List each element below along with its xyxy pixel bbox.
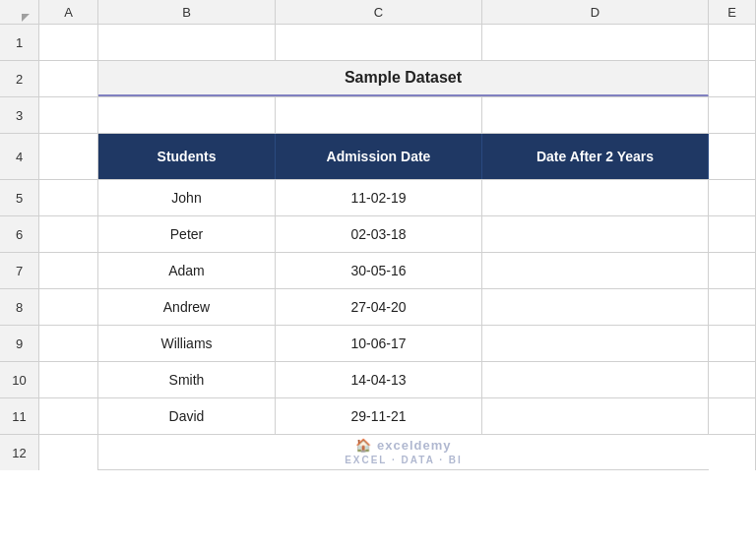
col-header-c[interactable]: C (276, 0, 482, 24)
cell-date-7[interactable]: 29-11-21 (276, 398, 482, 434)
table-row: 6 Peter 02-03-18 (0, 216, 756, 253)
spreadsheet: A B C D E 1 2 Sample Dataset 3 (0, 0, 756, 549)
cell-date-after-7[interactable] (482, 398, 709, 434)
cell-d1[interactable] (482, 25, 709, 60)
cell-student-6[interactable]: Smith (98, 362, 276, 397)
cell-date-after-6[interactable] (482, 362, 709, 397)
cell-a6[interactable] (39, 216, 98, 252)
row-num-6: 6 (0, 216, 39, 252)
cell-a8[interactable] (39, 289, 98, 325)
table-row: 3 (0, 97, 756, 134)
cell-e8[interactable] (709, 289, 756, 325)
corner-cell (0, 0, 39, 24)
watermark-logo: 🏠 exceldemy (355, 438, 451, 455)
cell-b1[interactable] (98, 25, 276, 60)
cell-student-1[interactable]: John (98, 180, 276, 215)
table-row: 7 Adam 30-05-16 (0, 253, 756, 289)
watermark-tagline: EXCEL · DATA · BI (345, 454, 463, 466)
cell-student-4[interactable]: Andrew (98, 289, 276, 325)
row-num-4: 4 (0, 134, 39, 179)
cell-e9[interactable] (709, 326, 756, 361)
cell-e2[interactable] (709, 61, 756, 96)
row-num-12: 12 (0, 435, 39, 470)
cell-date-4[interactable]: 27-04-20 (276, 289, 482, 325)
cell-e7[interactable] (709, 253, 756, 288)
cell-a2[interactable] (39, 61, 98, 96)
header-date-after-2-years: Date After 2 Years (482, 134, 709, 179)
table-row: 2 Sample Dataset (0, 61, 756, 97)
cell-e10[interactable] (709, 362, 756, 397)
header-admission-date: Admission Date (276, 134, 482, 179)
row-num-5: 5 (0, 180, 39, 215)
cell-date-1[interactable]: 11-02-19 (276, 180, 482, 215)
row-num-2: 2 (0, 61, 39, 96)
cell-a1[interactable] (39, 25, 98, 60)
cell-date-5[interactable]: 10-06-17 (276, 326, 482, 361)
cell-d3[interactable] (482, 97, 709, 133)
cell-date-after-1[interactable] (482, 180, 709, 215)
column-headers: A B C D E (0, 0, 756, 25)
cell-date-after-5[interactable] (482, 326, 709, 361)
table-row: 12 🏠 exceldemy EXCEL · DATA · BI (0, 435, 756, 470)
table-row: 1 (0, 25, 756, 61)
cell-a10[interactable] (39, 362, 98, 397)
cell-a11[interactable] (39, 398, 98, 434)
cell-e6[interactable] (709, 216, 756, 252)
cell-a9[interactable] (39, 326, 98, 361)
table-row: 4 Students Admission Date Date After 2 Y… (0, 134, 756, 180)
row-num-9: 9 (0, 326, 39, 361)
watermark: 🏠 exceldemy EXCEL · DATA · BI (98, 435, 709, 469)
cell-a7[interactable] (39, 253, 98, 288)
col-header-d[interactable]: D (482, 0, 709, 24)
cell-date-2[interactable]: 02-03-18 (276, 216, 482, 252)
cell-c3[interactable] (276, 97, 482, 133)
cell-a5[interactable] (39, 180, 98, 215)
cell-e1[interactable] (709, 25, 756, 60)
table-row: 5 John 11-02-19 (0, 180, 756, 216)
cell-a3[interactable] (39, 97, 98, 133)
cell-b3[interactable] (98, 97, 276, 133)
row-num-10: 10 (0, 362, 39, 397)
cell-e3[interactable] (709, 97, 756, 133)
cell-c1[interactable] (276, 25, 482, 60)
cell-student-3[interactable]: Adam (98, 253, 276, 288)
col-header-b[interactable]: B (98, 0, 276, 24)
cell-date-after-2[interactable] (482, 216, 709, 252)
cell-e12[interactable] (709, 435, 756, 470)
cell-student-2[interactable]: Peter (98, 216, 276, 252)
row-num-11: 11 (0, 398, 39, 434)
table-row: 9 Williams 10-06-17 (0, 326, 756, 362)
table-row: 10 Smith 14-04-13 (0, 362, 756, 398)
cell-student-7[interactable]: David (98, 398, 276, 434)
row-num-8: 8 (0, 289, 39, 325)
header-students: Students (98, 134, 276, 179)
cell-date-after-3[interactable] (482, 253, 709, 288)
grid-body: 1 2 Sample Dataset 3 4 Students (0, 25, 756, 549)
cell-date-after-4[interactable] (482, 289, 709, 325)
cell-date-3[interactable]: 30-05-16 (276, 253, 482, 288)
col-header-e[interactable]: E (709, 0, 756, 24)
cell-e4[interactable] (709, 134, 756, 179)
col-header-a[interactable]: A (39, 0, 98, 24)
row-num-3: 3 (0, 97, 39, 133)
cell-e5[interactable] (709, 180, 756, 215)
row-num-1: 1 (0, 25, 39, 60)
spreadsheet-title: Sample Dataset (98, 61, 709, 96)
cell-a4[interactable] (39, 134, 98, 179)
cell-a12[interactable] (39, 435, 98, 470)
cell-e11[interactable] (709, 398, 756, 434)
watermark-text: 🏠 exceldemy EXCEL · DATA · BI (345, 438, 463, 467)
row-num-7: 7 (0, 253, 39, 288)
table-row: 11 David 29-11-21 (0, 398, 756, 435)
cell-student-5[interactable]: Williams (98, 326, 276, 361)
table-row: 8 Andrew 27-04-20 (0, 289, 756, 326)
cell-date-6[interactable]: 14-04-13 (276, 362, 482, 397)
